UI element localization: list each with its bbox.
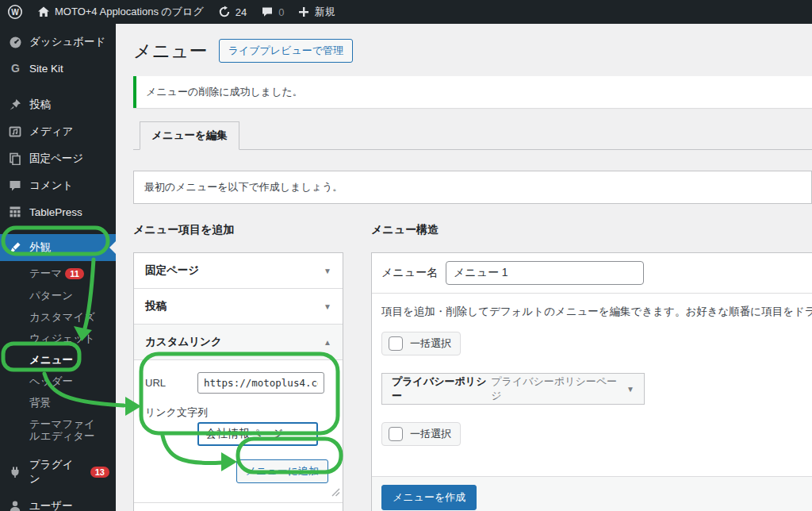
bulk-select-toggle-bottom[interactable]: 一括選択 (381, 422, 461, 446)
intro-message: 最初のメニューを以下で作成しましょう。 (133, 171, 812, 204)
structure-description: 項目を追加・削除してデフォルトのメニューを編集できます。お好きな順番に項目をドラ… (372, 294, 812, 319)
dashboard-icon (8, 36, 22, 49)
chevron-down-icon: ▼ (324, 302, 331, 311)
submenu-item-customize[interactable]: カスタマイズ (0, 306, 116, 328)
accordion-custom-link[interactable]: カスタムリンク ▲ (134, 324, 343, 359)
menu-item-privacy-policy[interactable]: プライバシーポリシー プライバシーポリシーページ ▼ (381, 373, 645, 405)
sidebar-item-users[interactable]: ユーザー (0, 493, 116, 511)
wordpress-logo-icon: W (7, 4, 23, 20)
comment-icon (261, 6, 274, 18)
url-label: URL (145, 377, 197, 389)
updates-link[interactable]: 24 (211, 0, 254, 24)
sidebar-item-sitekit[interactable]: G Site Kit (0, 56, 116, 82)
sitekit-g-icon: G (8, 62, 22, 75)
notice-text: メニューの削除に成功しました。 (146, 86, 303, 98)
add-items-heading: メニュー項目を追加 (133, 223, 343, 237)
user-icon (8, 500, 22, 511)
manage-live-preview-button[interactable]: ライブプレビューで管理 (219, 39, 353, 63)
submenu-item-theme-editor[interactable]: テーマファイルエディター (0, 413, 111, 447)
table-icon (8, 206, 22, 218)
plus-icon (298, 6, 309, 17)
sidebar-item-label: メディア (29, 125, 73, 139)
updates-icon (218, 6, 231, 18)
menu-item-title: プライバシーポリシー (392, 375, 491, 403)
sidebar-item-label: 外観 (29, 240, 51, 255)
submenu-item-patterns[interactable]: パターン (0, 285, 116, 306)
submenu-item-menus[interactable]: メニュー (0, 349, 116, 371)
wordpress-logo-menu[interactable]: W (0, 0, 30, 24)
create-menu-button[interactable]: メニューを作成 (381, 485, 477, 510)
plugin-icon (8, 466, 22, 478)
accordion-posts[interactable]: 投稿 ▼ (134, 288, 343, 324)
tab-edit-menus[interactable]: メニューを編集 (140, 121, 239, 150)
add-items-panel: 固定ページ ▼ 投稿 ▼ カスタムリンク ▲ URL リンク文字列 (133, 252, 343, 511)
comments-link[interactable]: 0 (254, 0, 291, 24)
plugins-update-badge: 13 (90, 467, 109, 478)
home-icon (37, 6, 50, 18)
submenu-item-background[interactable]: 背景 (0, 392, 116, 413)
media-icon (8, 125, 22, 138)
sidebar-item-label: ダッシュボード (29, 35, 105, 49)
comment-count: 0 (278, 6, 284, 18)
chevron-down-icon[interactable]: ▼ (626, 385, 634, 394)
paintbrush-icon (8, 241, 22, 254)
svg-text:G: G (11, 62, 20, 75)
sidebar-item-appearance[interactable]: 外観 (0, 234, 116, 261)
menu-name-input[interactable] (446, 261, 644, 285)
bulk-select-checkbox[interactable] (389, 427, 403, 441)
custom-link-form: URL リンク文字列 メニューに追加 (134, 359, 343, 502)
menu-structure-heading: メニュー構造 (371, 223, 812, 237)
new-label: 新規 (314, 5, 335, 19)
resize-grip-icon[interactable] (331, 486, 340, 500)
sidebar-item-plugins[interactable]: プラグイン 13 (0, 451, 116, 493)
submenu-item-widgets[interactable]: ウィジェット (0, 328, 116, 349)
pushpin-icon (8, 98, 22, 111)
publishing-actions: メニューを作成 (372, 476, 812, 511)
themes-update-badge: 11 (65, 268, 84, 279)
sidebar-item-media[interactable]: メディア (0, 118, 116, 145)
add-menu-items-column: メニュー項目を追加 固定ページ ▼ 投稿 ▼ カスタムリンク ▲ URL (133, 223, 343, 511)
menu-name-label: メニュー名 (381, 266, 438, 280)
menu-structure-column: メニュー構造 メニュー名 項目を追加・削除してデフォルトのメニューを編集できます… (371, 223, 812, 511)
accordion-pages[interactable]: 固定ページ ▼ (134, 253, 343, 288)
main-content: メニュー ライブプレビューで管理 メニューの削除に成功しました。 メニューを編集… (116, 24, 812, 511)
add-to-menu-button[interactable]: メニューに追加 (236, 459, 328, 483)
admin-sidebar: ダッシュボード G Site Kit 投稿 メディア 固定ページ コメント (0, 24, 116, 511)
sidebar-item-label: TablePress (29, 206, 82, 218)
chevron-up-icon: ▲ (324, 338, 331, 347)
sidebar-item-label: ユーザー (29, 499, 73, 511)
bulk-select-toggle-top[interactable]: 一括選択 (381, 332, 461, 355)
sidebar-item-pages[interactable]: 固定ページ (0, 145, 116, 172)
sidebar-item-label: Site Kit (29, 63, 63, 75)
sidebar-item-comments[interactable]: コメント (0, 172, 116, 199)
svg-text:W: W (11, 8, 19, 17)
accordion-categories[interactable]: カテゴリー ▼ (134, 502, 343, 511)
bulk-select-checkbox[interactable] (389, 336, 403, 351)
sidebar-item-tablepress[interactable]: TablePress (0, 199, 116, 225)
sidebar-item-posts[interactable]: 投稿 (0, 91, 116, 118)
chevron-down-icon: ▼ (324, 267, 331, 275)
menu-item-type-label: プライバシーポリシーページ (491, 375, 619, 403)
sidebar-item-label: 固定ページ (29, 152, 83, 166)
site-name-link[interactable]: MOTO+4 Applocations のブログ (30, 0, 211, 24)
new-content-link[interactable]: 新規 (291, 0, 342, 24)
site-name-label: MOTO+4 Applocations のブログ (55, 5, 204, 19)
update-count: 24 (236, 6, 247, 18)
tab-bar: メニューを編集 (133, 121, 812, 150)
menu-structure-panel: メニュー名 項目を追加・削除してデフォルトのメニューを編集できます。お好きな順番… (371, 252, 812, 511)
admin-bar: W MOTO+4 Applocations のブログ 24 0 新規 (0, 0, 812, 24)
pages-icon (8, 152, 22, 165)
sidebar-item-label: 投稿 (29, 98, 51, 112)
url-input[interactable] (197, 372, 324, 394)
page-title: メニュー (133, 39, 208, 63)
sidebar-item-label: コメント (29, 179, 73, 193)
link-text-label: リンク文字列 (145, 405, 331, 420)
comments-icon (8, 179, 22, 192)
sidebar-item-label: プラグイン (29, 458, 80, 486)
link-text-input[interactable] (197, 422, 318, 446)
success-notice: メニューの削除に成功しました。 (133, 76, 812, 108)
submenu-item-header[interactable]: ヘッダー (0, 371, 116, 392)
appearance-submenu: テーマ11 パターン カスタマイズ ウィジェット メニュー ヘッダー 背景 テー… (0, 261, 116, 451)
submenu-item-themes[interactable]: テーマ11 (0, 263, 116, 285)
sidebar-item-dashboard[interactable]: ダッシュボード (0, 29, 116, 56)
